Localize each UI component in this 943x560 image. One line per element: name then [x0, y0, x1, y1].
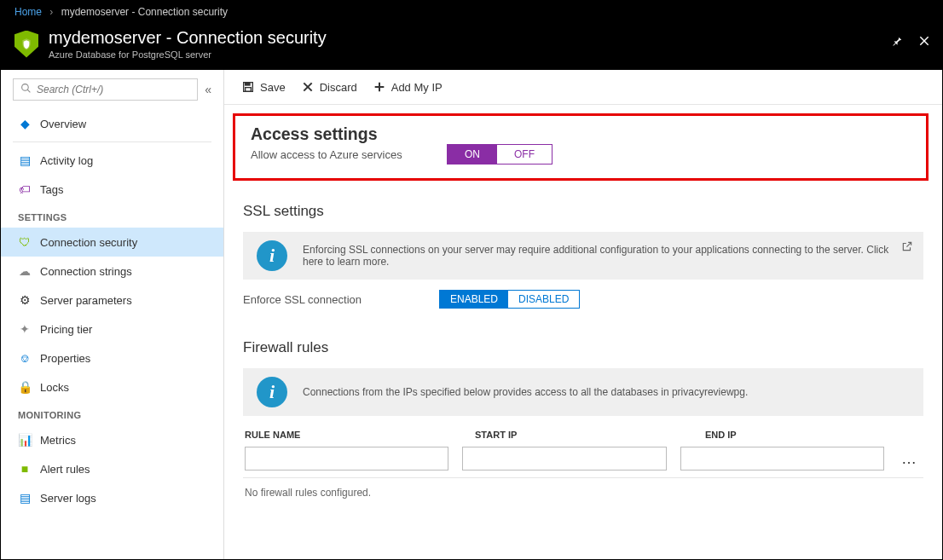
- discard-button[interactable]: Discard: [301, 80, 357, 94]
- nav-label: Metrics: [40, 434, 76, 447]
- nav-label: Overview: [40, 118, 86, 130]
- enforce-ssl-toggle[interactable]: ENABLED DISABLED: [439, 290, 580, 309]
- breadcrumb-home[interactable]: Home: [14, 6, 42, 18]
- shield-small-icon: 🛡: [18, 235, 32, 249]
- page-header: mydemoserver - Connection security Azure…: [1, 23, 942, 70]
- connection-strings-icon: ☁: [18, 264, 32, 278]
- breadcrumb-current: mydemoserver - Connection security: [61, 6, 228, 18]
- settings-group-label: SETTINGS: [1, 204, 223, 228]
- save-label: Save: [260, 81, 286, 94]
- row-actions-icon[interactable]: …: [898, 450, 922, 468]
- firewall-title: Firewall rules: [243, 339, 923, 356]
- firewall-table-header: RULE NAME START IP END IP: [243, 430, 923, 440]
- pin-icon[interactable]: [891, 35, 903, 49]
- svg-line-3: [27, 89, 30, 92]
- nav-overview[interactable]: ◆ Overview: [1, 109, 223, 138]
- nav-alert-rules[interactable]: ■ Alert rules: [1, 454, 223, 483]
- end-ip-input[interactable]: [680, 447, 884, 471]
- search-input[interactable]: [37, 84, 190, 95]
- page-subtitle: Azure Database for PostgreSQL server: [49, 49, 327, 60]
- firewall-new-row: …: [243, 440, 923, 477]
- nav-pricing-tier[interactable]: ✦ Pricing tier: [1, 315, 223, 344]
- save-button[interactable]: Save: [241, 80, 286, 94]
- nav-properties[interactable]: ⎊ Properties: [1, 344, 223, 372]
- nav-label: Server logs: [40, 492, 96, 505]
- discard-label: Discard: [320, 81, 357, 94]
- tags-icon: 🏷: [18, 182, 32, 196]
- lock-icon: 🔒: [18, 380, 32, 394]
- nav-label: Connection security: [40, 236, 137, 249]
- alert-icon: ■: [18, 462, 32, 476]
- nav-label: Tags: [40, 183, 63, 196]
- ssl-info-text: Enforcing SSL connections on your server…: [303, 244, 910, 268]
- firewall-section: Firewall rules: [224, 315, 942, 368]
- nav-label: Properties: [40, 352, 90, 365]
- firewall-info-box: i Connections from the IPs specified bel…: [243, 368, 923, 416]
- nav-connection-strings[interactable]: ☁ Connection strings: [1, 257, 223, 286]
- nav-tags[interactable]: 🏷 Tags: [1, 175, 223, 204]
- ssl-title: SSL settings: [243, 203, 923, 220]
- nav-label: Pricing tier: [40, 323, 92, 336]
- col-rule-name: RULE NAME: [245, 430, 461, 440]
- nav-server-parameters[interactable]: ⚙ Server parameters: [1, 286, 223, 315]
- main-content: Save Discard Add My IP Access settings A…: [224, 70, 942, 560]
- toolbar: Save Discard Add My IP: [224, 70, 942, 105]
- allow-access-toggle[interactable]: ON OFF: [447, 144, 552, 165]
- info-icon: i: [257, 377, 287, 407]
- svg-rect-6: [246, 88, 252, 92]
- nav-locks[interactable]: 🔒 Locks: [1, 372, 223, 401]
- nav-metrics[interactable]: 📊 Metrics: [1, 425, 223, 454]
- logs-icon: ▤: [18, 491, 32, 505]
- addip-label: Add My IP: [391, 81, 443, 94]
- firewall-info-text: Connections from the IPs specified below…: [303, 386, 748, 398]
- nav-server-logs[interactable]: ▤ Server logs: [1, 483, 223, 512]
- external-link-icon[interactable]: [901, 240, 913, 255]
- toggle-off[interactable]: OFF: [497, 145, 552, 164]
- toggle-on[interactable]: ON: [448, 145, 497, 164]
- sidebar: « ◆ Overview ▤ Activity log 🏷 Tags SETTI…: [1, 70, 224, 560]
- nav-label: Connection strings: [40, 265, 132, 278]
- properties-icon: ⎊: [18, 351, 32, 365]
- metrics-icon: 📊: [18, 433, 32, 447]
- rule-name-input[interactable]: [245, 447, 448, 471]
- gear-icon: ⚙: [18, 293, 32, 307]
- overview-icon: ◆: [18, 117, 32, 130]
- breadcrumb: Home › mydemoserver - Connection securit…: [1, 1, 942, 23]
- enforce-ssl-label: Enforce SSL connection: [243, 293, 414, 306]
- collapse-sidebar-icon[interactable]: «: [205, 83, 211, 96]
- nav-label: Activity log: [40, 154, 93, 167]
- nav-activity-log[interactable]: ▤ Activity log: [1, 146, 223, 175]
- ssl-section: SSL settings: [224, 189, 942, 232]
- page-title: mydemoserver - Connection security: [49, 28, 327, 48]
- search-box[interactable]: [13, 78, 198, 101]
- start-ip-input[interactable]: [462, 447, 666, 471]
- search-icon: [20, 83, 32, 96]
- shield-icon: [14, 31, 38, 58]
- nav-label: Locks: [40, 381, 69, 394]
- add-my-ip-button[interactable]: Add My IP: [373, 80, 443, 94]
- info-icon: i: [257, 240, 287, 271]
- nav-connection-security[interactable]: 🛡 Connection security: [1, 228, 223, 257]
- col-end-ip: END IP: [705, 430, 922, 440]
- breadcrumb-separator: ›: [49, 6, 53, 18]
- svg-point-2: [22, 84, 29, 91]
- access-settings-highlight: Access settings Allow access to Azure se…: [233, 113, 929, 181]
- access-settings-title: Access settings: [251, 124, 911, 144]
- close-icon[interactable]: [918, 35, 930, 49]
- nav-label: Alert rules: [40, 463, 90, 476]
- toggle-disabled[interactable]: DISABLED: [508, 291, 579, 308]
- pricing-icon: ✦: [18, 322, 32, 336]
- col-start-ip: START IP: [475, 430, 691, 440]
- ssl-info-box: i Enforcing SSL connections on your serv…: [243, 232, 923, 280]
- monitoring-group-label: MONITORING: [1, 401, 223, 425]
- firewall-empty: No firewall rules configured.: [243, 477, 923, 507]
- allow-access-label: Allow access to Azure services: [251, 148, 421, 161]
- svg-rect-5: [246, 83, 250, 85]
- nav-label: Server parameters: [40, 294, 132, 307]
- activity-log-icon: ▤: [18, 153, 32, 167]
- toggle-enabled[interactable]: ENABLED: [440, 291, 508, 308]
